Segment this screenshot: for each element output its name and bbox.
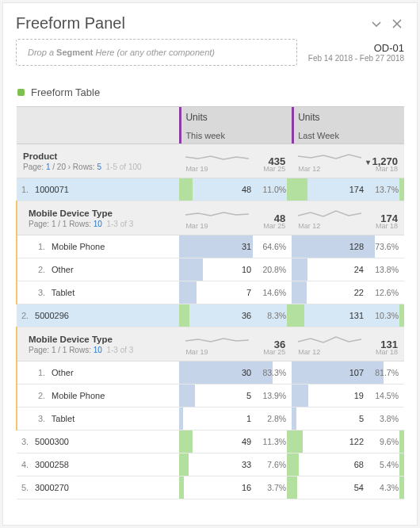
freeform-table: Units This week Units Last Week Product … — [16, 106, 404, 499]
metric-value: 5 — [246, 385, 251, 407]
breakdown-summary-cell[interactable]: Mar 12Mar 18 131 — [292, 327, 404, 362]
row-number: 5. — [21, 483, 32, 492]
metric-cell[interactable]: 4811.0% — [179, 178, 292, 201]
row-number: 1. — [38, 368, 49, 377]
metric-value: 7 — [246, 281, 251, 304]
row-number: 3. — [38, 288, 49, 297]
metric-percent: 8.3% — [259, 304, 286, 327]
breakdown-label-cell[interactable]: Mobile Device Type Page: 1 / 1 Rows: 10 … — [17, 327, 179, 362]
row-label: 3000270 — [35, 483, 69, 492]
project-name: OD-01 — [308, 42, 404, 54]
breakdown-pagination[interactable]: Page: 1 / 1 Rows: 10 1-3 of 3 — [29, 220, 173, 228]
breakdown-summary-cell[interactable]: Mar 19Mar 25 48 — [179, 201, 292, 235]
summary-value: 1,270 — [366, 155, 398, 167]
column-header[interactable]: Units This week — [179, 107, 292, 144]
metric-cell[interactable]: 368.3% — [179, 304, 292, 327]
metric-value: 33 — [242, 453, 251, 476]
breakdown-header-row: Mobile Device Type Page: 1 / 1 Rows: 10 … — [17, 327, 404, 362]
breakdown-row[interactable]: 3. Tablet 714.6% 2212.6% — [17, 281, 404, 304]
row-number: 3. — [21, 437, 32, 446]
metric-cell[interactable]: 10781.7% — [292, 362, 404, 385]
breakdown-row[interactable]: 3. Tablet 12.8% 53.8% — [17, 407, 404, 430]
metric-cell[interactable]: 163.7% — [179, 476, 292, 499]
metric-percent: 10.3% — [372, 304, 399, 327]
metric-cell[interactable]: 3083.3% — [179, 362, 292, 385]
table-row[interactable]: 3. 5000300 4911.3% 1229.6% — [17, 430, 404, 453]
metric-cell[interactable]: 4911.3% — [179, 430, 292, 453]
row-label: Tablet — [52, 414, 74, 423]
date-range-picker[interactable]: OD-01 Feb 14 2018 - Feb 27 2018 — [297, 39, 404, 66]
metric-percent: 13.8% — [372, 258, 399, 281]
table-row[interactable]: 5. 3000270 163.7% 544.3% — [17, 476, 404, 499]
metric-percent: 5.4% — [372, 453, 399, 476]
row-label: Other — [52, 265, 74, 274]
table-title[interactable]: Freeform Table — [31, 86, 100, 98]
segment-dropzone[interactable]: Drop a Segment Here (or any other compon… — [16, 39, 297, 66]
metric-value: 5 — [359, 407, 364, 430]
breakdown-pagination[interactable]: Page: 1 / 1 Rows: 10 1-3 of 3 — [29, 346, 173, 354]
summary-cell[interactable]: Mar 12Mar 18 1,270 — [292, 144, 404, 178]
metric-cell[interactable]: 513.9% — [179, 385, 292, 407]
close-icon[interactable] — [390, 17, 404, 31]
metric-cell[interactable]: 12.8% — [179, 407, 292, 430]
metric-cell[interactable]: 1020.8% — [179, 258, 292, 281]
breakdown-row[interactable]: 1. Other 3083.3% 10781.7% — [17, 362, 404, 385]
metric-cell[interactable]: 3164.6% — [179, 235, 292, 258]
metric-cell[interactable]: 685.4% — [292, 453, 404, 476]
column-subtitle: This week — [185, 131, 225, 140]
row-label: Mobile Phone — [52, 391, 105, 400]
metric-cell[interactable]: 544.3% — [292, 476, 404, 499]
breakdown-summary-cell[interactable]: Mar 19Mar 25 36 — [179, 327, 292, 362]
dimension-header-row: Product Page: 1 / 20 › Rows: 5 1-5 of 10… — [17, 144, 404, 178]
metric-value: 49 — [242, 430, 251, 453]
chevron-right-icon[interactable]: › — [68, 163, 71, 171]
breakdown-label-cell[interactable]: Mobile Device Type Page: 1 / 1 Rows: 10 … — [17, 201, 179, 235]
column-title: Units — [185, 112, 285, 123]
metric-percent: 81.7% — [372, 362, 399, 384]
summary-cell[interactable]: Mar 19Mar 25 435 — [179, 144, 292, 178]
table-row[interactable]: 1. 1000071 4811.0% 17413.7% — [17, 178, 404, 201]
column-header[interactable]: Units Last Week — [292, 107, 404, 144]
collapse-icon[interactable] — [369, 17, 384, 31]
dropzone-text-bold: Segment — [56, 48, 93, 57]
dropzone-text-prefix: Drop a — [28, 48, 56, 57]
panel-title[interactable]: Freeform Panel — [16, 14, 363, 33]
metric-value: 68 — [354, 453, 364, 476]
metric-percent: 9.6% — [372, 430, 399, 453]
metric-percent: 11.3% — [259, 430, 286, 453]
metric-cell[interactable]: 13110.3% — [292, 304, 404, 327]
metric-cell[interactable]: 2212.6% — [292, 281, 404, 304]
row-number: 2. — [38, 391, 49, 400]
metric-percent: 20.8% — [259, 258, 286, 281]
row-number: 1. — [21, 185, 32, 194]
status-dot-icon — [17, 89, 25, 96]
sort-desc-icon — [366, 155, 372, 167]
table-row[interactable]: 2. 5000296 368.3% 13110.3% — [17, 304, 404, 327]
breakdown-row[interactable]: 1. Mobile Phone 3164.6% 12873.6% — [17, 235, 404, 258]
dimension-label-cell[interactable]: Product Page: 1 / 20 › Rows: 5 1-5 of 10… — [17, 144, 179, 178]
dimension-pagination[interactable]: Page: 1 / 20 › Rows: 5 1-5 of 100 — [23, 163, 173, 171]
metric-cell[interactable]: 337.6% — [179, 453, 292, 476]
breakdown-summary-cell[interactable]: Mar 12Mar 18 174 — [292, 201, 404, 235]
table-row[interactable]: 4. 3000258 337.6% 685.4% — [17, 453, 404, 476]
row-label: 1000071 — [35, 185, 69, 194]
metric-cell[interactable]: 2413.8% — [292, 258, 404, 281]
breakdown-row[interactable]: 2. Mobile Phone 513.9% 1914.5% — [17, 385, 404, 407]
metric-cell[interactable]: 714.6% — [179, 281, 292, 304]
metric-cell[interactable]: 17413.7% — [292, 178, 404, 201]
breakdown-name: Mobile Device Type — [29, 335, 173, 344]
metric-cell[interactable]: 1229.6% — [292, 430, 404, 453]
row-number: 3. — [38, 414, 49, 423]
metric-percent: 13.9% — [259, 385, 286, 407]
dropzone-text-suffix: Here (or any other component) — [94, 48, 215, 57]
dimension-name: Product — [23, 151, 173, 161]
breakdown-row[interactable]: 2. Other 1020.8% 2413.8% — [17, 258, 404, 281]
metric-cell[interactable]: 53.8% — [292, 407, 404, 430]
spark-date-from: Mar 19 — [185, 165, 208, 173]
metric-percent: 4.3% — [372, 476, 399, 499]
metric-cell[interactable]: 1914.5% — [292, 385, 404, 407]
metric-cell[interactable]: 12873.6% — [292, 235, 404, 258]
panel-toolbar: Drop a Segment Here (or any other compon… — [3, 39, 417, 74]
breakdown-summary-value: 48 — [274, 212, 285, 224]
spark-date-from: Mar 12 — [298, 165, 320, 173]
